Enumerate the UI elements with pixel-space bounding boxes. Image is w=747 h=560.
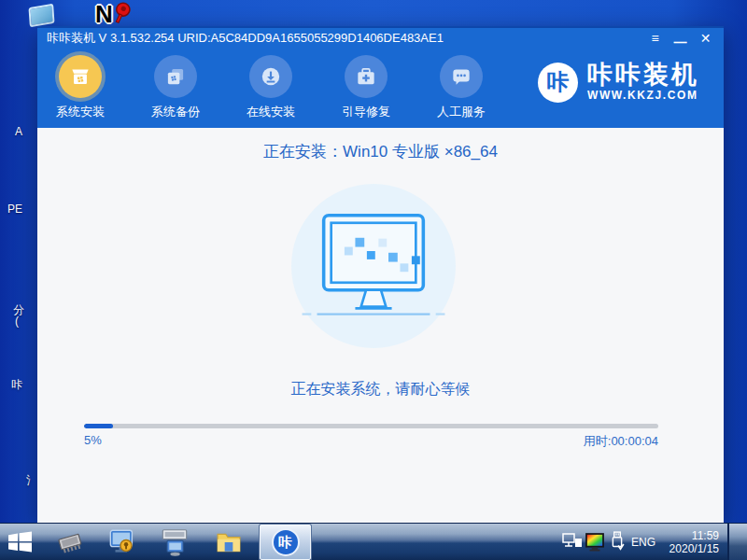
desktop-label-fragment[interactable]: ( (15, 315, 19, 328)
network-icon (562, 533, 583, 552)
color-display-icon (585, 532, 605, 552)
system-install-icon (59, 55, 102, 98)
language-indicator[interactable]: ENG (631, 536, 655, 549)
kaka-app-icon: 咔 (272, 528, 300, 556)
menu-button[interactable]: ≡ (642, 28, 668, 49)
nav-header: 系统安装 系统备份 (37, 49, 724, 128)
monitor-lock-icon (108, 528, 136, 556)
nav-label: 人工服务 (437, 104, 486, 120)
progress-section: 5% 用时:00:00:04 (84, 424, 658, 450)
minimize-button[interactable]: — (668, 28, 693, 49)
taskbar-chip-tool[interactable] (54, 529, 86, 559)
nav-label: 在线安装 (247, 104, 295, 120)
show-desktop-button[interactable] (727, 524, 747, 560)
red-key-icon (112, 2, 133, 26)
taskbar-clock[interactable]: 11:59 2020/1/15 (654, 529, 719, 555)
tray-usb[interactable] (610, 531, 625, 555)
nav-label: 引导修复 (342, 104, 390, 120)
progress-bar (84, 424, 658, 428)
monitor-illustration (291, 184, 456, 348)
taskbar-input-tool[interactable] (161, 528, 189, 560)
tray-display-settings[interactable] (585, 532, 605, 555)
desktop-label-fragment[interactable]: A (15, 125, 22, 138)
system-backup-icon (154, 55, 197, 98)
brand-logo: 咔 咔咔装机 WWW.KKZJ.COM (538, 62, 699, 103)
taskbar-file-explorer[interactable] (215, 530, 243, 558)
taskbar: 咔 (0, 523, 747, 560)
boot-repair-icon (345, 55, 388, 98)
start-button[interactable] (7, 531, 33, 556)
nav-item-system-install[interactable]: 系统安装 (41, 55, 120, 128)
windows-logo-icon (7, 531, 33, 553)
taskbar-display-tool[interactable] (108, 528, 136, 560)
nav-item-system-backup[interactable]: 系统备份 (136, 55, 215, 128)
desktop-label-fragment[interactable]: PE (7, 203, 22, 216)
nav-item-online-install[interactable]: 在线安装 (232, 55, 310, 128)
nav-item-boot-repair[interactable]: 引导修复 (327, 55, 405, 128)
status-text: 正在安装系统，请耐心等候 (37, 380, 724, 399)
live-support-icon (440, 55, 483, 98)
desktop-label-fragment[interactable]: 氵 (26, 473, 37, 489)
title-bar[interactable]: 咔咔装机 V 3.1.532.254 URID:A5C84DD9A1655055… (37, 26, 724, 49)
desktop-display-icon[interactable] (28, 4, 54, 28)
tray-network[interactable] (562, 533, 583, 555)
desktop-label-fragment[interactable]: 咔 (11, 377, 22, 393)
taskbar-kaka-app-button[interactable]: 咔 (260, 525, 311, 560)
desktop: N _ A PE 分 ( 咔 氵 咔咔装机 V 3.1.532.254 URID… (0, 0, 747, 560)
folder-icon (215, 530, 243, 554)
clock-time: 11:59 (654, 529, 719, 542)
online-install-icon (249, 55, 292, 98)
progress-fill (84, 424, 113, 428)
desktop-n-app-icon[interactable]: N _ (95, 0, 136, 28)
brand-circle-icon: 咔 (538, 63, 578, 103)
installing-title: 正在安装：Win10 专业版 ×86_64 (37, 141, 724, 162)
keyboard-monitor-icon (161, 528, 189, 556)
close-button[interactable]: ✕ (693, 28, 718, 49)
progress-percent: 5% (84, 433, 102, 450)
usb-eject-icon (610, 531, 625, 552)
elapsed-time: 用时:00:00:04 (584, 433, 658, 450)
install-progress-panel: 正在安装：Win10 专业版 ×86_64 (37, 128, 724, 521)
window-title: 咔咔装机 V 3.1.532.254 URID:A5C84DD9A1655055… (47, 30, 444, 47)
n-letter: N (95, 0, 113, 29)
brand-name: 咔咔装机 (587, 62, 699, 89)
window-controls: ≡ — ✕ (642, 28, 718, 49)
memory-chip-icon (54, 529, 86, 555)
nav-label: 系统备份 (151, 104, 200, 120)
brand-site: WWW.KKZJ.COM (587, 89, 699, 103)
kaka-installer-window: 咔咔装机 V 3.1.532.254 URID:A5C84DD9A1655055… (37, 26, 724, 523)
nav-label: 系统安装 (56, 104, 105, 120)
nav-item-live-support[interactable]: 人工服务 (422, 55, 500, 128)
clock-date: 2020/1/15 (654, 542, 719, 555)
